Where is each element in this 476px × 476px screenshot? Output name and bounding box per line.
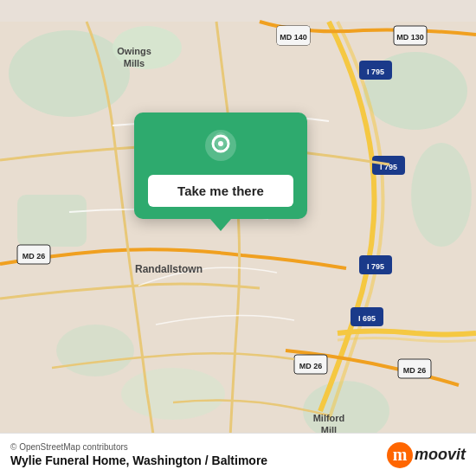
svg-text:Owings: Owings [117, 46, 151, 56]
svg-text:Mills: Mills [124, 58, 145, 68]
location-info: © OpenStreetMap contributors Wylie Funer… [10, 442, 267, 467]
svg-point-1 [9, 30, 130, 117]
map-container: I 795 I 795 I 795 I 695 MD 140 MD 130 MD… [0, 0, 476, 476]
svg-text:MD 26: MD 26 [403, 366, 427, 375]
svg-point-8 [56, 325, 134, 376]
svg-point-3 [411, 143, 472, 247]
map-background: I 795 I 795 I 795 I 695 MD 140 MD 130 MD… [0, 0, 476, 476]
moovit-text: moovit [415, 446, 466, 464]
moovit-icon: m [387, 442, 413, 468]
take-me-there-button[interactable]: Take me there [148, 175, 293, 207]
svg-text:Milford: Milford [313, 413, 345, 423]
location-popup: Take me there [134, 113, 307, 219]
svg-rect-5 [17, 195, 87, 247]
svg-text:MD 26: MD 26 [23, 252, 46, 261]
svg-text:MD 130: MD 130 [396, 33, 424, 42]
osm-credit: © OpenStreetMap contributors [10, 442, 267, 452]
svg-text:Randallstown: Randallstown [135, 263, 203, 275]
svg-text:I 795: I 795 [367, 68, 384, 76]
pin-icon [202, 128, 240, 166]
svg-text:MD 26: MD 26 [299, 362, 323, 370]
location-name: Wylie Funeral Home, Washington / Baltimo… [10, 453, 267, 467]
moovit-logo[interactable]: m moovit [387, 442, 466, 468]
bottom-bar: © OpenStreetMap contributors Wylie Funer… [0, 433, 476, 476]
svg-text:MD 140: MD 140 [280, 33, 307, 42]
svg-text:I 695: I 695 [358, 314, 376, 323]
svg-point-7 [121, 368, 225, 420]
svg-text:I 795: I 795 [367, 262, 384, 271]
